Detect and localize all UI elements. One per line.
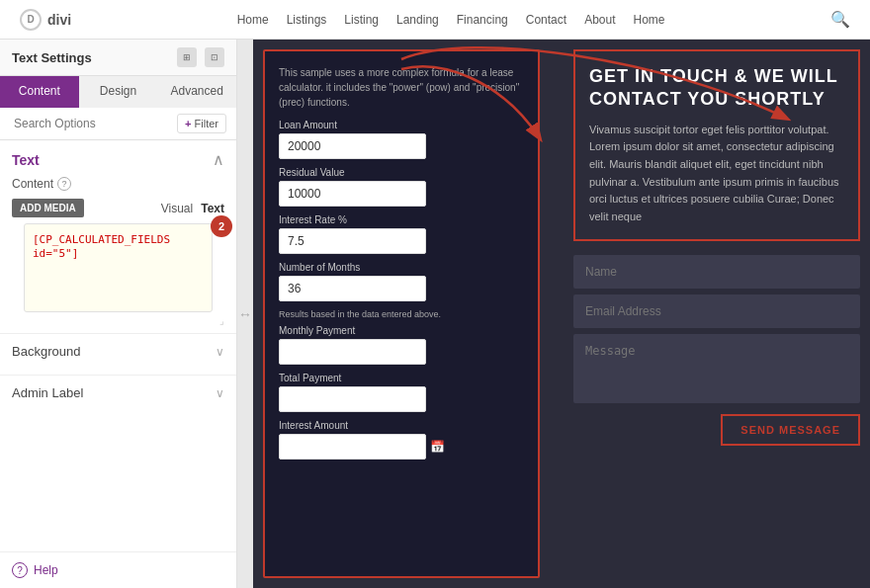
monthly-payment-input[interactable] [279,339,426,365]
nav-listing[interactable]: Listing [344,13,379,27]
filter-plus-icon: + [185,118,191,129]
form-description: This sample uses a more complex formula … [279,65,524,110]
panel-icon-grid[interactable]: ⊞ [177,47,197,67]
admin-label-collapsible-row[interactable]: Admin Label ∨ [0,376,236,410]
main-layout: Text Settings ⊞ ⊡ Content Design Advance… [0,40,870,588]
results-note: Results based in the data entered above. [279,309,524,319]
preview-info-section: GET IN TOUCH & WE WILL CONTACT YOU SHORT… [573,49,860,446]
nav-home[interactable]: Home [237,13,269,27]
interest-amount-input[interactable] [279,434,426,460]
search-filter-bar: + Filter [0,108,236,140]
monthly-payment-group: Monthly Payment [279,325,524,365]
get-in-touch-body: Vivamus suscipit tortor eget felis portt… [589,122,844,226]
top-nav: D divi Home Listings Listing Landing Fin… [0,0,870,40]
add-media-button[interactable]: ADD MEDIA [12,199,84,217]
residual-value-input[interactable] [279,181,426,207]
left-panel: Text Settings ⊞ ⊡ Content Design Advance… [0,40,237,588]
total-payment-input[interactable] [279,386,426,412]
nav-home2[interactable]: Home [633,13,664,27]
nav-contact[interactable]: Contact [526,13,566,27]
residual-value-group: Residual Value [279,167,524,207]
content-label-text: Content [12,177,53,191]
tab-bar: Content Design Advanced [0,76,236,108]
admin-label-text: Admin Label [12,385,83,400]
background-chevron-icon: ∨ [216,345,224,359]
panel-header: Text Settings ⊞ ⊡ [0,40,236,76]
content-help-icon[interactable]: ? [57,177,71,191]
background-collapsible-row[interactable]: Background ∨ [0,334,236,369]
resize-corner-icon: ⌟ [219,315,224,326]
content-label-row: Content ? [0,173,236,193]
send-message-button[interactable]: SEND MESSAGE [721,414,860,446]
nav-landing[interactable]: Landing [396,13,439,27]
step-badge-2: 2 [211,215,232,237]
nav-about[interactable]: About [584,13,615,27]
search-options-wrap [10,115,171,132]
background-label: Background [12,344,80,359]
nav-links: Home Listings Listing Landing Financing … [237,13,665,27]
search-icon[interactable]: 🔍 [830,10,850,29]
visual-button[interactable]: Visual [161,202,193,215]
interest-amount-group: Interest Amount 📅 [279,420,524,460]
background-section: Background ∨ [0,333,236,369]
total-payment-label: Total Payment [279,373,524,383]
cp-calculated-fields-tag: [CP_CALCULATED_FIELDS id="5"] [33,233,170,260]
tab-advanced[interactable]: Advanced [157,76,236,108]
help-icon: ? [12,562,28,578]
admin-label-section: Admin Label ∨ [0,375,236,410]
interest-rate-group: Interest Rate % [279,214,524,254]
help-row[interactable]: ? Help [0,551,236,588]
logo-circle: D [20,9,42,31]
filter-label: Filter [195,118,218,129]
panel-icon-expand[interactable]: ⊡ [205,47,224,67]
filter-button[interactable]: + Filter [177,114,226,133]
panel-title: Text Settings [12,50,92,65]
section-title-text: Text [12,152,40,168]
loan-amount-input[interactable] [279,133,426,159]
interest-amount-label: Interest Amount [279,420,524,431]
contact-name-input[interactable] [573,255,860,289]
editor-resize-handle[interactable]: ⌟ [0,312,236,327]
visual-text-toggle: Visual Text [161,202,224,215]
interest-rate-label: Interest Rate % [279,214,524,225]
input-icon: 📅 [430,440,445,454]
editor-toolbar: ADD MEDIA Visual Text [0,193,236,223]
months-label: Number of Months [279,262,524,273]
get-in-touch-title: GET IN TOUCH & WE WILL CONTACT YOU SHORT… [589,65,844,112]
site-logo: D divi [20,9,71,31]
text-editor-area[interactable]: [CP_CALCULATED_FIELDS id="5"] [24,223,213,312]
contact-form-section: SEND MESSAGE [573,255,860,446]
preview-form-section: This sample uses a more complex formula … [263,49,540,578]
help-label: Help [34,563,58,577]
contact-message-textarea[interactable] [573,334,860,403]
nav-listings[interactable]: Listings [287,13,327,27]
contact-email-input[interactable] [573,294,860,328]
admin-label-chevron-icon: ∨ [216,386,224,400]
panel-resize-handle[interactable]: ↔ [237,40,253,588]
section-header-text: Text ∧ [0,140,236,173]
get-in-touch-box: GET IN TOUCH & WE WILL CONTACT YOU SHORT… [573,49,860,241]
months-input[interactable] [279,276,426,301]
site-preview: This sample uses a more complex formula … [253,40,870,588]
text-button[interactable]: Text [201,202,224,215]
tab-content[interactable]: Content [0,76,79,108]
right-content-area: This sample uses a more complex formula … [253,40,870,588]
collapse-icon[interactable]: ∧ [213,150,224,169]
monthly-payment-label: Monthly Payment [279,325,524,336]
months-group: Number of Months [279,262,524,301]
residual-value-label: Residual Value [279,167,524,178]
total-payment-group: Total Payment [279,373,524,412]
tab-design[interactable]: Design [79,76,158,108]
loan-amount-label: Loan Amount [279,120,524,130]
loan-amount-group: Loan Amount [279,120,524,159]
logo-text: divi [47,12,71,28]
nav-financing[interactable]: Financing [457,13,508,27]
panel-header-icons: ⊞ ⊡ [177,47,224,67]
interest-rate-input[interactable] [279,228,426,254]
search-options-input[interactable] [10,115,171,132]
